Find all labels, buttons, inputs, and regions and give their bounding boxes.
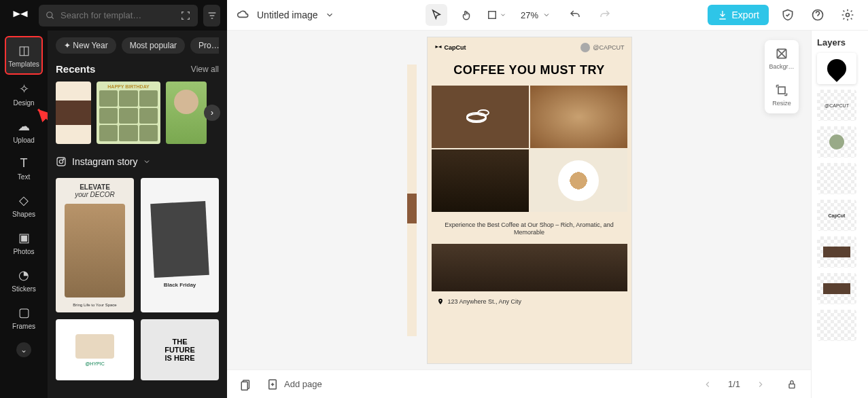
zoom-value: 27% bbox=[521, 10, 538, 20]
canvas-image-pour bbox=[432, 149, 529, 212]
svg-point-6 bbox=[59, 160, 63, 163]
scan-icon[interactable] bbox=[180, 10, 191, 21]
templates-icon: ◫ bbox=[18, 43, 30, 58]
recent-thumb-coffee[interactable] bbox=[56, 82, 91, 144]
instagram-icon bbox=[56, 156, 67, 167]
resize-icon bbox=[775, 84, 788, 97]
thumb-text: @HYPIC bbox=[85, 361, 105, 366]
layer-thumb[interactable] bbox=[817, 236, 856, 268]
search-input-wrap[interactable] bbox=[39, 5, 198, 26]
layer-thumb[interactable] bbox=[817, 126, 856, 158]
sidebar-item-shapes[interactable]: ◇ Shapes bbox=[5, 187, 43, 223]
canvas-image-latte bbox=[530, 149, 627, 212]
cloud-icon bbox=[237, 8, 250, 22]
view-all-link[interactable]: View all bbox=[191, 65, 219, 74]
thumb-text: Black Friday bbox=[164, 282, 196, 288]
hand-tool[interactable] bbox=[455, 4, 477, 26]
crop-tool[interactable] bbox=[485, 4, 507, 26]
layer-thumb[interactable] bbox=[817, 53, 856, 84]
layer-thumb[interactable] bbox=[817, 163, 856, 194]
pages-button[interactable] bbox=[235, 374, 257, 395]
next-page-button[interactable] bbox=[750, 374, 771, 395]
category-label: Instagram story bbox=[72, 156, 137, 167]
thumb-text: HAPPY BIRTHDAY bbox=[99, 84, 158, 89]
sidebar-item-stickers[interactable]: ◔ Stickers bbox=[5, 262, 43, 298]
search-input[interactable] bbox=[60, 10, 175, 20]
tool-label: Resize bbox=[772, 100, 791, 107]
sidebar-item-frames[interactable]: ▢ Frames bbox=[5, 300, 43, 336]
sidebar-item-templates[interactable]: ◫ Templates bbox=[5, 36, 43, 75]
template-thumb-decor[interactable]: ELEVATE your DECOR Bring Life to Your Sp… bbox=[56, 178, 134, 312]
lock-button[interactable] bbox=[781, 374, 803, 395]
svg-rect-15 bbox=[241, 382, 247, 390]
sidebar-item-design[interactable]: ✧ Design bbox=[5, 76, 43, 112]
svg-rect-17 bbox=[789, 384, 795, 388]
recent-thumb-birthday[interactable]: HAPPY BIRTHDAY bbox=[97, 82, 160, 144]
canvas-image-shop bbox=[432, 244, 627, 291]
sidebar-item-label: Photos bbox=[13, 248, 34, 255]
recent-thumb-portrait[interactable] bbox=[166, 82, 207, 144]
thumb-text: IS HERE bbox=[164, 354, 194, 362]
sidebar-item-label: Shapes bbox=[12, 211, 35, 218]
chevron-down-icon: ⌄ bbox=[16, 342, 31, 357]
background-tool[interactable]: Backgr… bbox=[765, 40, 799, 77]
add-page-icon bbox=[266, 378, 279, 391]
text-icon: T bbox=[20, 156, 28, 170]
thumb-text: FUTURE bbox=[164, 346, 195, 354]
zoom-control[interactable]: 27% bbox=[515, 10, 556, 20]
sidebar-item-photos[interactable]: ▣ Photos bbox=[5, 225, 43, 261]
layer-thumb[interactable] bbox=[817, 273, 856, 304]
sidebar-item-label: Upload bbox=[13, 137, 35, 144]
frames-icon: ▢ bbox=[18, 305, 30, 320]
canvas-image-beans bbox=[530, 86, 627, 148]
settings-button[interactable] bbox=[837, 4, 858, 26]
resize-tool[interactable]: Resize bbox=[765, 77, 799, 113]
filter-button[interactable] bbox=[203, 5, 220, 26]
layers-heading: Layers bbox=[817, 37, 863, 48]
export-label: Export bbox=[732, 10, 759, 20]
canvas-area: CapCut @CAPCUT COFFEE YOU MUST TRY bbox=[227, 31, 811, 398]
add-page-button[interactable]: Add page bbox=[266, 378, 322, 391]
sidebar-more[interactable]: ⌄ bbox=[5, 337, 43, 363]
doc-title[interactable]: Untitled image bbox=[257, 10, 318, 20]
chip-new-year[interactable]: ✦ New Year bbox=[56, 37, 116, 54]
page-indicator: 1/1 bbox=[728, 379, 740, 389]
thumb-text: Bring Life to Your Space bbox=[73, 303, 116, 307]
svg-rect-1 bbox=[489, 12, 496, 19]
canvas-subtitle: Experience the Best Coffee at Our Shop –… bbox=[428, 212, 631, 244]
svg-point-7 bbox=[63, 159, 64, 160]
chip-pro[interactable]: Pro… bbox=[190, 37, 219, 54]
svg-point-3 bbox=[846, 14, 850, 17]
svg-rect-13 bbox=[778, 87, 785, 94]
app-logo[interactable] bbox=[7, 0, 33, 31]
export-button[interactable]: Export bbox=[708, 5, 769, 25]
canvas-image-chalk bbox=[432, 86, 529, 148]
chevron-down-icon[interactable] bbox=[325, 10, 334, 20]
upload-icon: ☁ bbox=[18, 119, 30, 134]
cursor-tool[interactable] bbox=[426, 4, 447, 26]
thumbs-next-button[interactable]: › bbox=[204, 105, 220, 121]
template-thumb-future[interactable]: THE FUTURE IS HERE bbox=[141, 319, 219, 380]
photos-icon: ▣ bbox=[18, 230, 30, 245]
template-thumb-sweater[interactable]: @HYPIC bbox=[56, 319, 134, 380]
shield-button[interactable] bbox=[777, 4, 799, 26]
prev-page-button[interactable] bbox=[697, 374, 718, 395]
chevron-down-icon bbox=[143, 158, 151, 166]
artboard[interactable]: CapCut @CAPCUT COFFEE YOU MUST TRY bbox=[428, 37, 631, 363]
template-thumb-blackfriday[interactable]: Black Friday bbox=[141, 178, 219, 312]
category-header[interactable]: Instagram story bbox=[56, 156, 219, 167]
layer-thumb[interactable]: CapCut bbox=[817, 200, 856, 231]
help-button[interactable] bbox=[807, 4, 829, 26]
thumb-text: THE bbox=[173, 338, 188, 346]
chip-most-popular[interactable]: Most popular bbox=[122, 37, 185, 54]
templates-panel: ✦ New Year Most popular Pro… Recents Vie… bbox=[48, 31, 227, 398]
undo-button[interactable] bbox=[564, 4, 586, 26]
sidebar-item-upload[interactable]: ☁ Upload bbox=[5, 113, 43, 149]
layer-thumb[interactable]: @CAPCUT bbox=[817, 90, 856, 121]
layer-thumb[interactable] bbox=[817, 310, 856, 341]
pin-icon bbox=[437, 298, 444, 305]
download-icon bbox=[717, 10, 728, 20]
redo-button[interactable] bbox=[594, 4, 616, 26]
sidebar-item-text[interactable]: T Text bbox=[5, 151, 43, 186]
design-icon: ✧ bbox=[19, 82, 29, 96]
